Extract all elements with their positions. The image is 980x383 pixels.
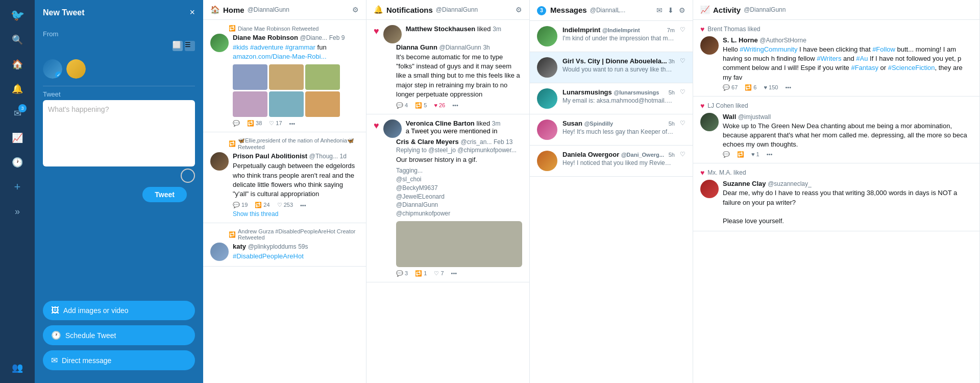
from-toggle[interactable]: ⬜ ☰ — [173, 41, 195, 51]
more-action[interactable]: ••• — [785, 84, 791, 91]
like-action[interactable]: ♡ 7 — [434, 270, 444, 277]
tweet-label: Tweet — [35, 90, 203, 98]
reply-action[interactable]: 💬 3 — [396, 270, 408, 277]
msg-time: 7m — [667, 27, 675, 33]
retweet-action[interactable]: 🔁 24 — [255, 202, 270, 208]
msg-filter-icon[interactable]: ⬇ — [668, 6, 674, 14]
notif-liker-name: Matthew Stockhausen — [406, 25, 476, 33]
message-item[interactable]: Daniela Owergoor @Dani_Owerg... 5h Hey! … — [530, 146, 693, 177]
activity-avatar — [700, 180, 719, 198]
avatar-2[interactable] — [66, 59, 86, 79]
more-action[interactable]: ••• — [289, 121, 296, 127]
message-item[interactable]: Susan @Spindilly 5h Hey! It's much less … — [530, 114, 693, 146]
msg-name: IndieImprint @IndieImprint — [562, 26, 640, 34]
tweet-avatar — [210, 152, 229, 171]
like-action[interactable]: ♥ 1 — [751, 151, 760, 158]
msg-avatar — [537, 88, 557, 109]
msg-settings-icon[interactable]: ⚙ — [679, 6, 685, 14]
search-icon[interactable]: 🔍 — [7, 30, 28, 50]
add-media-button[interactable]: 🖼 Add images or video — [43, 301, 195, 320]
avatar-row — [35, 56, 203, 82]
home-settings-icon[interactable]: ⚙ — [352, 6, 359, 14]
more-action[interactable]: ••• — [451, 270, 457, 276]
more-action[interactable]: ••• — [452, 102, 458, 108]
msg-col-icons: ✉ ⬇ ⚙ — [656, 6, 685, 14]
retweet-label: 🔁 🦋Ellie,president of the nation of Anhe… — [229, 137, 359, 150]
notif-time: 3m — [492, 120, 501, 127]
retweet-action[interactable]: 🔁 38 — [247, 120, 262, 127]
reply-action[interactable]: 💬 — [723, 151, 730, 158]
activity-avatar — [700, 36, 719, 55]
msg-heart-icon: ♡ — [680, 26, 685, 33]
retweet-action[interactable]: 🔁 5 — [415, 102, 427, 109]
message-item[interactable]: Lunarsmusings @lunarsmusings 5h My email… — [530, 83, 693, 114]
notif-header: Matthew Stockhausen liked 3m — [406, 25, 522, 33]
heart-icon: ♥ — [374, 26, 379, 37]
like-action[interactable]: ♡ 17 — [269, 120, 282, 127]
tweet-img — [233, 64, 267, 90]
activity-handle: @imjustwall — [738, 113, 771, 121]
from-label: From — [43, 30, 195, 38]
retweet-action[interactable]: 🔁 6 — [745, 84, 756, 91]
tweet-item: 🔁 Andrew Gurza #DisabledPeopleAreHot Cre… — [203, 223, 366, 267]
msg-compose-icon[interactable]: ✉ — [656, 6, 663, 14]
activity-item: ♥ Mx. M.A. liked Suzanne Clay @suzannecl… — [693, 163, 979, 231]
clock-icon[interactable]: 🕐 — [7, 152, 28, 173]
schedule-tweet-button[interactable]: 🕐 Schedule Tweet — [43, 325, 195, 345]
messages-icon[interactable]: ✉ 3 — [7, 103, 28, 124]
tweet-text: Our browser history in a gif. — [396, 155, 522, 164]
msg-name: Girl Vs. City | Dionne Abouelela... — [562, 57, 667, 65]
like-action[interactable]: ♡ 253 — [277, 202, 293, 208]
reply-action[interactable]: 💬 — [233, 120, 240, 127]
activity-handle: @suzanneclay_ — [768, 180, 812, 187]
tweet-button[interactable]: Tweet — [142, 187, 187, 202]
reply-action[interactable]: 💬 4 — [396, 102, 408, 109]
notifications-icon[interactable]: 🔔 — [7, 79, 28, 99]
avatar-1[interactable] — [43, 59, 62, 79]
activity-text: Hello #WritingCommunity I have been clic… — [723, 45, 972, 82]
tweet-box[interactable]: What's happening? — [43, 100, 195, 166]
retweet-action[interactable]: 🔁 — [737, 151, 744, 158]
tweet-row: katy @plinkyploddums 59s #DisabledPeople… — [210, 243, 359, 261]
tweet-link[interactable]: amazon.com/Diane-Mae-Robi... — [233, 53, 327, 60]
like-action[interactable]: ♥ 150 — [764, 84, 778, 91]
msg-header: Daniela Owergoor @Dani_Owerg... 5h — [562, 151, 675, 158]
toggle-list[interactable]: ☰ — [185, 41, 195, 51]
msg-content: Girl Vs. City | Dionne Abouelela... 3h W… — [562, 57, 675, 73]
msg-header: Lunarsmusings @lunarsmusings 5h — [562, 88, 675, 96]
hashtag: #ScienceFiction — [888, 64, 935, 71]
close-button[interactable]: × — [189, 7, 195, 18]
msg-heart-icon: ♡ — [680, 57, 685, 64]
msg-handle: @Spindilly — [584, 121, 614, 127]
tweet-avatar — [210, 34, 229, 52]
like-action[interactable]: ♥ 26 — [434, 102, 445, 108]
toggle-grid[interactable]: ⬜ — [173, 41, 183, 51]
more-action[interactable]: ••• — [767, 151, 773, 158]
messages-badge-icon: 3 — [537, 5, 547, 15]
reply-action[interactable]: 💬 67 — [723, 84, 738, 91]
activity-icon[interactable]: 📈 — [7, 128, 28, 148]
more-action[interactable]: ••• — [300, 202, 306, 208]
panel-header: New Tweet × — [35, 0, 203, 25]
logo-icon: 🐦 — [7, 5, 28, 26]
notif-liked-row: ♥ Veronica Cline Barton liked 3m a Tweet… — [374, 119, 522, 138]
expand-icon[interactable]: » — [7, 201, 28, 222]
tweet-name: Cris & Clare Meyers — [396, 138, 459, 146]
activity-liker: Brent Thomas liked — [707, 26, 760, 33]
notif-settings-icon[interactable]: ⚙ — [516, 6, 522, 14]
home-icon-col: 🏠 — [210, 5, 220, 14]
home-icon[interactable]: 🏠 — [7, 54, 28, 75]
msg-handle: @DiannalL... — [590, 7, 626, 14]
users-icon[interactable]: 👥 — [7, 357, 28, 378]
show-thread-link[interactable]: Show this thread — [233, 210, 359, 218]
hashtag: #kids — [233, 43, 248, 51]
message-item[interactable]: IndieImprint @IndieImprint 7m I'm kind o… — [530, 21, 693, 52]
retweet-icon: 🔁 — [229, 25, 236, 32]
notif-tweet-author: Dianna Gunn @DiannalGunn 3h — [396, 43, 522, 51]
retweet-action[interactable]: 🔁 1 — [415, 270, 427, 277]
reply-action[interactable]: 💬 19 — [233, 202, 248, 208]
tweet-item: 🔁 🦋Ellie,president of the nation of Anhe… — [203, 132, 366, 223]
add-icon[interactable]: + — [7, 177, 28, 197]
message-item[interactable]: Girl Vs. City | Dionne Abouelela... 3h W… — [530, 52, 693, 83]
direct-message-button[interactable]: ✉ Direct message — [43, 350, 195, 370]
